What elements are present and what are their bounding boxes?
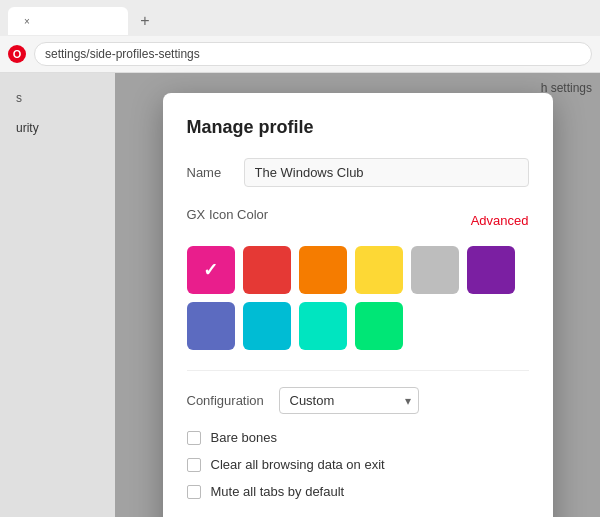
main-area: s urity h settings Manage profile Name G… [0,73,600,517]
content-area: h settings Manage profile Name GX Icon C… [115,73,600,517]
mute-tabs-label: Mute all tabs by default [211,484,345,499]
color-swatch-gray[interactable] [411,246,459,294]
active-tab[interactable]: × [8,7,128,35]
url-text: settings/side-profiles-settings [45,47,200,61]
tab-bar: × + [0,0,600,36]
color-swatch-red[interactable] [243,246,291,294]
configuration-label: Configuration [187,393,267,408]
bare-bones-checkbox[interactable] [187,431,201,445]
opera-logo-icon [8,45,26,63]
color-swatch-pink[interactable] [187,246,235,294]
bare-bones-label: Bare bones [211,430,278,445]
browser-chrome: × + settings/side-profiles-settings [0,0,600,73]
name-input[interactable] [244,158,529,187]
color-swatch-purple[interactable] [467,246,515,294]
name-label: Name [187,165,232,180]
gx-icon-color-header: GX Icon Color Advanced [187,207,529,234]
color-swatch-cyan[interactable] [243,302,291,350]
color-grid [187,246,529,350]
url-bar[interactable]: settings/side-profiles-settings [34,42,592,66]
address-bar: settings/side-profiles-settings [0,36,600,72]
configuration-row: Configuration Custom Default Gaming Work [187,387,529,414]
color-swatch-green[interactable] [355,302,403,350]
modal-title: Manage profile [187,117,529,138]
new-tab-button[interactable]: + [132,8,158,34]
color-swatch-orange[interactable] [299,246,347,294]
clear-browsing-label: Clear all browsing data on exit [211,457,385,472]
color-swatch-teal[interactable] [299,302,347,350]
modal-overlay: Manage profile Name GX Icon Color Advanc… [115,73,600,517]
clear-browsing-checkbox[interactable] [187,458,201,472]
color-swatch-yellow[interactable] [355,246,403,294]
gx-icon-color-label: GX Icon Color [187,207,269,222]
divider [187,370,529,371]
sidebar-item-urity[interactable]: urity [0,113,115,143]
manage-profile-modal: Manage profile Name GX Icon Color Advanc… [163,93,553,517]
configuration-select[interactable]: Custom Default Gaming Work [279,387,419,414]
name-field-row: Name [187,158,529,187]
configuration-select-wrapper: Custom Default Gaming Work [279,387,419,414]
advanced-link[interactable]: Advanced [471,213,529,228]
checkbox-clear-browsing: Clear all browsing data on exit [187,457,529,472]
sidebar: s urity [0,73,115,517]
mute-tabs-checkbox[interactable] [187,485,201,499]
sidebar-item-s[interactable]: s [0,83,115,113]
checkbox-mute-tabs: Mute all tabs by default [187,484,529,499]
checkbox-bare-bones: Bare bones [187,430,529,445]
color-swatch-blue[interactable] [187,302,235,350]
tab-close[interactable]: × [20,14,34,28]
